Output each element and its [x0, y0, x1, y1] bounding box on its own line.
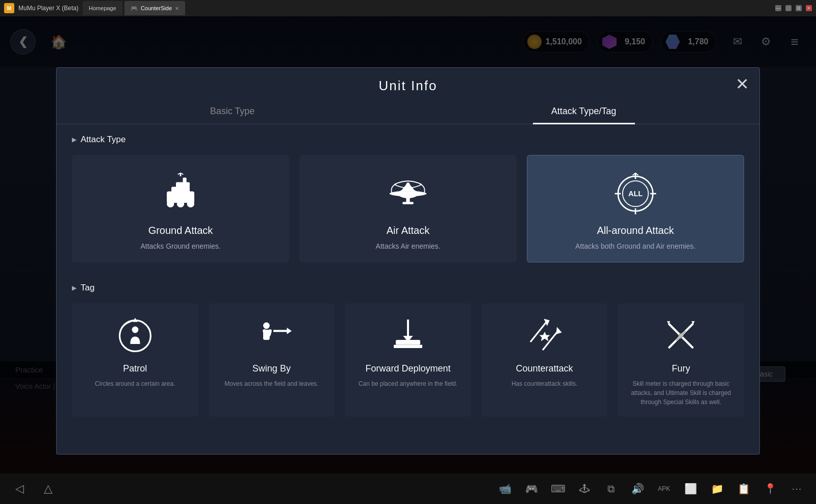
tag-section-header: Tag [72, 283, 744, 293]
svg-rect-14 [406, 194, 410, 203]
forward-deployment-tag-desc: Can be placed anywhere in the field. [353, 379, 463, 388]
gamepad-button[interactable]: 🎮 [522, 480, 541, 498]
svg-rect-36 [394, 344, 422, 348]
tag-grid: Patrol Circles around a certain area. [72, 303, 744, 417]
app-icon: M [4, 3, 14, 13]
close-window-button[interactable]: ✕ [806, 5, 812, 11]
patrol-tag-card[interactable]: Patrol Circles around a certain area. [72, 303, 198, 417]
svg-rect-15 [402, 202, 414, 204]
all-around-attack-name: All-around Attack [538, 225, 733, 236]
svg-point-5 [177, 200, 184, 207]
svg-rect-3 [183, 178, 187, 185]
controller-button[interactable]: 🕹 [575, 480, 594, 498]
modal-content: Attack Type [57, 135, 759, 432]
more-button[interactable]: ⋯ [787, 480, 806, 498]
bottom-nav-center: 📹 🎮 ⌨ 🕹 ⧉ 🔊 APK ⬜ 📁 📋 📍 ⋯ [496, 480, 806, 498]
titlebar: M MuMu Player X (Beta) Homepage 🎮 Counte… [0, 0, 816, 16]
swingby-tag-card[interactable]: Swing By Moves across the field and leav… [209, 303, 335, 417]
svg-point-4 [167, 200, 174, 207]
unit-info-modal: Unit Info ✕ Basic Type Attack Type/Tag A… [56, 67, 760, 455]
game-tab-label: CounterSide [141, 5, 172, 11]
svg-text:ALL: ALL [628, 190, 643, 198]
all-around-attack-icon: ALL [613, 171, 658, 217]
svg-marker-34 [287, 328, 292, 334]
all-around-attack-desc: Attacks both Ground and Air enemies. [538, 242, 733, 252]
camera-button[interactable]: 📹 [496, 480, 514, 498]
counterattack-icon [524, 315, 565, 356]
air-attack-card[interactable]: Air Attack Attacks Air enemies. [299, 155, 517, 262]
ground-attack-card[interactable]: Ground Attack Attacks Ground enemies. [72, 155, 289, 262]
swingby-tag-desc: Moves across the field and leaves. [217, 379, 327, 388]
svg-point-6 [187, 200, 194, 207]
svg-point-16 [406, 182, 410, 186]
fury-icon [660, 315, 701, 356]
counterattack-tag-name: Counterattack [490, 363, 600, 374]
forward-deployment-tag-name: Forward Deployment [353, 363, 463, 374]
tab-basic-type[interactable]: Basic Type [57, 99, 408, 124]
svg-marker-42 [556, 327, 562, 334]
counterattack-tag-desc: Has counterattack skills. [490, 379, 600, 388]
game-tab[interactable]: 🎮 CounterSide ✕ [124, 1, 185, 15]
modal-title: Unit Info [57, 68, 759, 99]
homepage-tab[interactable]: Homepage [83, 1, 122, 15]
bottom-bar: ◁ △ 📹 🎮 ⌨ 🕹 ⧉ 🔊 APK ⬜ 📁 📋 📍 ⋯ [0, 473, 816, 504]
restore-button[interactable]: ⧉ [796, 5, 802, 11]
ground-attack-name: Ground Attack [83, 225, 278, 236]
back-nav-button[interactable]: ◁ [10, 480, 29, 498]
modal-tabs: Basic Type Attack Type/Tag [57, 99, 759, 124]
home-nav-button[interactable]: △ [39, 480, 57, 498]
swingby-icon [251, 315, 292, 356]
air-attack-icon [385, 171, 431, 217]
apk-button[interactable]: APK [655, 480, 673, 498]
ground-attack-icon [158, 171, 203, 217]
attack-type-section-header: Attack Type [72, 135, 744, 145]
all-around-attack-card[interactable]: ALL All-around Attack Attacks both Groun… [527, 155, 744, 262]
titlebar-controls: — □ ⧉ ✕ [775, 5, 812, 11]
location-button[interactable]: 📍 [761, 480, 779, 498]
minimize-button[interactable]: — [775, 5, 781, 11]
share-button[interactable]: 📋 [734, 480, 753, 498]
attack-type-grid: Ground Attack Attacks Ground enemies. [72, 155, 744, 262]
keyboard-button[interactable]: ⌨ [549, 480, 567, 498]
bottom-nav-left: ◁ △ [10, 480, 57, 498]
fury-tag-desc: Skill meter is charged through basic att… [626, 379, 736, 407]
swingby-tag-name: Swing By [217, 363, 327, 374]
tab-bar: Homepage 🎮 CounterSide ✕ [83, 1, 185, 15]
modal-overlay: Unit Info ✕ Basic Type Attack Type/Tag A… [0, 16, 816, 504]
game-area: ❮ 🏠 1,510,000 9,150 1,780 ✉ [0, 16, 816, 504]
ground-attack-desc: Attacks Ground enemies. [83, 242, 278, 252]
titlebar-left: M MuMu Player X (Beta) Homepage 🎮 Counte… [4, 1, 771, 15]
tab-close-icon[interactable]: ✕ [175, 6, 179, 11]
svg-point-27 [132, 326, 138, 333]
patrol-tag-desc: Circles around a certain area. [80, 379, 190, 388]
fury-tag-name: Fury [626, 363, 736, 374]
game-tab-icon: 🎮 [131, 5, 138, 12]
app-title: MuMu Player X (Beta) [18, 5, 79, 12]
maximize-button[interactable]: □ [785, 5, 792, 11]
patrol-icon [115, 315, 156, 356]
tab-attack-type[interactable]: Attack Type/Tag [408, 99, 759, 124]
volume-button[interactable]: 🔊 [628, 480, 647, 498]
fury-tag-card[interactable]: Fury Skill meter is charged through basi… [618, 303, 744, 417]
svg-marker-43 [539, 332, 550, 341]
air-attack-name: Air Attack [310, 225, 506, 236]
forward-deployment-icon [388, 315, 428, 356]
svg-rect-1 [171, 187, 190, 194]
svg-point-29 [263, 322, 270, 329]
multi-button[interactable]: ⧉ [602, 480, 620, 498]
modal-close-button[interactable]: ✕ [735, 76, 749, 92]
folder-button[interactable]: 📁 [708, 480, 726, 498]
forward-deployment-tag-card[interactable]: Forward Deployment Can be placed anywher… [345, 303, 471, 417]
homepage-tab-label: Homepage [89, 5, 116, 11]
screen-button[interactable]: ⬜ [681, 480, 700, 498]
patrol-tag-name: Patrol [80, 363, 190, 374]
counterattack-tag-card[interactable]: Counterattack Has counterattack skills. [481, 303, 608, 417]
air-attack-desc: Attacks Air enemies. [310, 242, 506, 252]
